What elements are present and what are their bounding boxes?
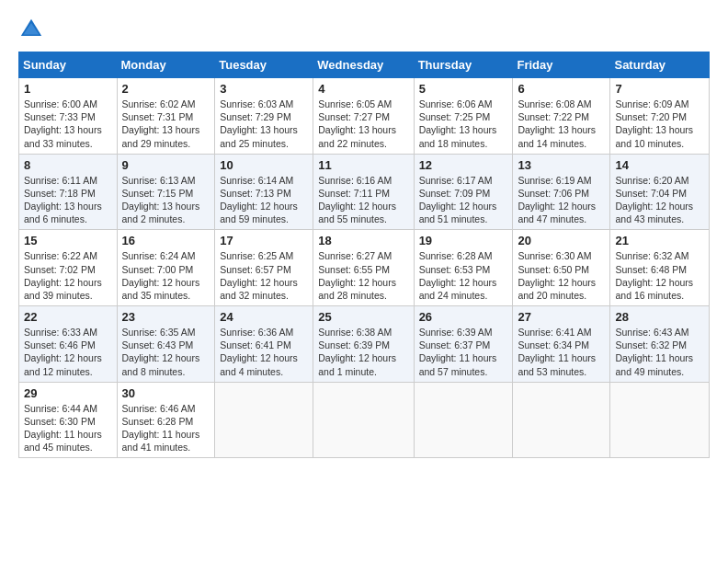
col-header-tuesday: Tuesday [215, 52, 313, 78]
day-cell: 3Sunrise: 6:03 AMSunset: 7:29 PMDaylight… [215, 78, 313, 155]
day-info: Sunrise: 6:00 AMSunset: 7:33 PMDaylight:… [24, 98, 112, 150]
day-number: 17 [220, 234, 308, 247]
day-info: Sunrise: 6:17 AMSunset: 7:09 PMDaylight:… [419, 174, 508, 226]
day-cell: 28Sunrise: 6:43 AMSunset: 6:32 PMDayligh… [610, 306, 710, 383]
day-number: 18 [318, 234, 408, 247]
day-number: 9 [122, 158, 210, 172]
day-info: Sunrise: 6:06 AMSunset: 7:25 PMDaylight:… [419, 98, 508, 150]
day-number: 20 [518, 234, 605, 247]
day-info: Sunrise: 6:02 AMSunset: 7:31 PMDaylight:… [122, 98, 210, 150]
day-info: Sunrise: 6:08 AMSunset: 7:22 PMDaylight:… [518, 98, 605, 150]
day-cell [414, 382, 513, 458]
page: SundayMondayTuesdayWednesdayThursdayFrid… [0, 0, 728, 563]
day-number: 28 [615, 310, 704, 324]
day-number: 27 [518, 310, 605, 324]
day-cell: 26Sunrise: 6:39 AMSunset: 6:37 PMDayligh… [414, 306, 513, 383]
day-cell [610, 382, 710, 458]
calendar-table: SundayMondayTuesdayWednesdayThursdayFrid… [18, 52, 710, 458]
day-cell: 24Sunrise: 6:36 AMSunset: 6:41 PMDayligh… [215, 306, 313, 383]
day-info: Sunrise: 6:44 AMSunset: 6:30 PMDaylight:… [24, 402, 112, 454]
day-cell: 22Sunrise: 6:33 AMSunset: 6:46 PMDayligh… [19, 306, 118, 383]
day-info: Sunrise: 6:38 AMSunset: 6:39 PMDaylight:… [318, 326, 408, 378]
day-number: 6 [518, 82, 605, 96]
day-cell: 7Sunrise: 6:09 AMSunset: 7:20 PMDaylight… [610, 78, 710, 155]
day-number: 2 [122, 82, 210, 96]
day-cell: 17Sunrise: 6:25 AMSunset: 6:57 PMDayligh… [215, 230, 313, 306]
day-number: 25 [318, 310, 408, 324]
col-header-wednesday: Wednesday [313, 52, 414, 78]
day-info: Sunrise: 6:36 AMSunset: 6:41 PMDaylight:… [220, 326, 308, 378]
day-cell: 14Sunrise: 6:20 AMSunset: 7:04 PMDayligh… [610, 154, 710, 230]
day-number: 10 [220, 158, 308, 172]
week-row-1: 1Sunrise: 6:00 AMSunset: 7:33 PMDaylight… [19, 78, 710, 155]
day-number: 26 [419, 310, 508, 324]
day-cell: 25Sunrise: 6:38 AMSunset: 6:39 PMDayligh… [313, 306, 414, 383]
day-cell: 21Sunrise: 6:32 AMSunset: 6:48 PMDayligh… [610, 230, 710, 306]
week-row-3: 15Sunrise: 6:22 AMSunset: 7:02 PMDayligh… [19, 230, 710, 306]
day-cell: 13Sunrise: 6:19 AMSunset: 7:06 PMDayligh… [513, 154, 610, 230]
day-number: 29 [24, 386, 112, 400]
day-info: Sunrise: 6:25 AMSunset: 6:57 PMDaylight:… [220, 249, 308, 302]
day-info: Sunrise: 6:43 AMSunset: 6:32 PMDaylight:… [615, 326, 704, 378]
day-cell: 16Sunrise: 6:24 AMSunset: 7:00 PMDayligh… [117, 230, 215, 306]
day-info: Sunrise: 6:22 AMSunset: 7:02 PMDaylight:… [24, 249, 112, 302]
day-number: 3 [220, 82, 308, 96]
day-cell [313, 382, 414, 458]
logo [18, 17, 48, 42]
day-info: Sunrise: 6:16 AMSunset: 7:11 PMDaylight:… [318, 174, 408, 226]
day-cell: 20Sunrise: 6:30 AMSunset: 6:50 PMDayligh… [513, 230, 610, 306]
day-cell: 30Sunrise: 6:46 AMSunset: 6:28 PMDayligh… [117, 382, 215, 458]
day-cell: 10Sunrise: 6:14 AMSunset: 7:13 PMDayligh… [215, 154, 313, 230]
day-number: 24 [220, 310, 308, 324]
day-info: Sunrise: 6:14 AMSunset: 7:13 PMDaylight:… [220, 174, 308, 226]
day-info: Sunrise: 6:05 AMSunset: 7:27 PMDaylight:… [318, 98, 408, 150]
day-number: 21 [615, 234, 704, 247]
col-header-sunday: Sunday [19, 52, 118, 78]
header-row: SundayMondayTuesdayWednesdayThursdayFrid… [19, 52, 710, 78]
day-cell: 15Sunrise: 6:22 AMSunset: 7:02 PMDayligh… [19, 230, 118, 306]
day-number: 13 [518, 158, 605, 172]
day-info: Sunrise: 6:41 AMSunset: 6:34 PMDaylight:… [518, 326, 605, 378]
day-info: Sunrise: 6:27 AMSunset: 6:55 PMDaylight:… [318, 249, 408, 302]
day-number: 4 [318, 82, 408, 96]
col-header-saturday: Saturday [610, 52, 710, 78]
day-info: Sunrise: 6:03 AMSunset: 7:29 PMDaylight:… [220, 98, 308, 150]
day-cell: 18Sunrise: 6:27 AMSunset: 6:55 PMDayligh… [313, 230, 414, 306]
logo-icon [18, 17, 44, 42]
day-info: Sunrise: 6:28 AMSunset: 6:53 PMDaylight:… [419, 249, 508, 302]
day-cell [215, 382, 313, 458]
day-cell: 5Sunrise: 6:06 AMSunset: 7:25 PMDaylight… [414, 78, 513, 155]
day-cell [513, 382, 610, 458]
col-header-monday: Monday [117, 52, 215, 78]
day-number: 12 [419, 158, 508, 172]
day-cell: 4Sunrise: 6:05 AMSunset: 7:27 PMDaylight… [313, 78, 414, 155]
day-info: Sunrise: 6:09 AMSunset: 7:20 PMDaylight:… [615, 98, 704, 150]
calendar-header: SundayMondayTuesdayWednesdayThursdayFrid… [19, 52, 710, 78]
day-cell: 9Sunrise: 6:13 AMSunset: 7:15 PMDaylight… [117, 154, 215, 230]
day-cell: 23Sunrise: 6:35 AMSunset: 6:43 PMDayligh… [117, 306, 215, 383]
day-cell: 11Sunrise: 6:16 AMSunset: 7:11 PMDayligh… [313, 154, 414, 230]
col-header-friday: Friday [513, 52, 610, 78]
week-row-2: 8Sunrise: 6:11 AMSunset: 7:18 PMDaylight… [19, 154, 710, 230]
day-number: 7 [615, 82, 704, 96]
day-cell: 27Sunrise: 6:41 AMSunset: 6:34 PMDayligh… [513, 306, 610, 383]
week-row-4: 22Sunrise: 6:33 AMSunset: 6:46 PMDayligh… [19, 306, 710, 383]
day-info: Sunrise: 6:33 AMSunset: 6:46 PMDaylight:… [24, 326, 112, 378]
day-info: Sunrise: 6:13 AMSunset: 7:15 PMDaylight:… [122, 174, 210, 226]
day-info: Sunrise: 6:46 AMSunset: 6:28 PMDaylight:… [122, 402, 210, 454]
day-number: 15 [24, 234, 112, 247]
day-number: 5 [419, 82, 508, 96]
day-cell: 12Sunrise: 6:17 AMSunset: 7:09 PMDayligh… [414, 154, 513, 230]
day-info: Sunrise: 6:35 AMSunset: 6:43 PMDaylight:… [122, 326, 210, 378]
header [18, 17, 710, 42]
day-number: 11 [318, 158, 408, 172]
day-number: 23 [122, 310, 210, 324]
day-info: Sunrise: 6:20 AMSunset: 7:04 PMDaylight:… [615, 174, 704, 226]
day-cell: 1Sunrise: 6:00 AMSunset: 7:33 PMDaylight… [19, 78, 118, 155]
day-info: Sunrise: 6:11 AMSunset: 7:18 PMDaylight:… [24, 174, 112, 226]
calendar-body: 1Sunrise: 6:00 AMSunset: 7:33 PMDaylight… [19, 78, 710, 458]
day-info: Sunrise: 6:30 AMSunset: 6:50 PMDaylight:… [518, 249, 605, 302]
week-row-5: 29Sunrise: 6:44 AMSunset: 6:30 PMDayligh… [19, 382, 710, 458]
day-number: 14 [615, 158, 704, 172]
day-info: Sunrise: 6:39 AMSunset: 6:37 PMDaylight:… [419, 326, 508, 378]
